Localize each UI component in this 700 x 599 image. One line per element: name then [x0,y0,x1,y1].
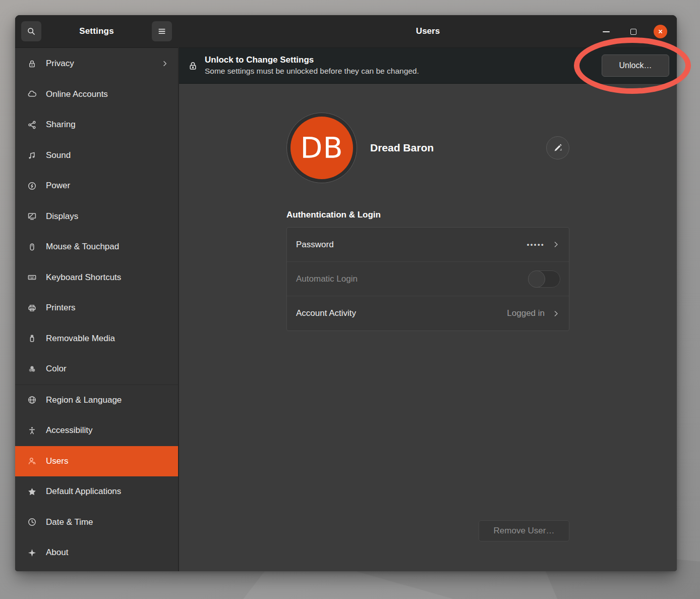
users-icon [27,456,37,466]
auth-card: Password ••••• Automatic Login Account A… [286,227,569,331]
chevron-right-icon [552,240,560,249]
automatic-login-toggle[interactable] [528,270,560,288]
menu-icon [157,27,166,36]
sidebar-item-mouse-touchpad[interactable]: Mouse & Touchpad [15,232,178,262]
settings-window: Settings Privacy Online Accounts [15,15,677,571]
share-icon [27,120,37,130]
banner-subtitle: Some settings must be unlocked before th… [205,66,602,76]
desktop-background: Settings Privacy Online Accounts [0,0,700,599]
sidebar-item-label: Accessibility [46,425,169,435]
menu-button[interactable] [152,21,172,41]
display-icon [27,211,37,222]
mouse-icon [27,242,37,252]
sidebar-item-label: Removable Media [46,334,169,344]
chevron-right-icon [161,60,169,68]
sparkle-icon [27,548,37,558]
edit-name-button[interactable] [546,136,569,159]
power-icon [27,181,37,191]
sidebar-item-printers[interactable]: Printers [15,293,178,323]
sidebar-item-users[interactable]: Users [15,446,178,477]
sidebar-item-sound[interactable]: Sound [15,140,178,171]
account-activity-value: Logged in [507,308,545,318]
sidebar-list: Privacy Online Accounts Sharing Sound [15,48,178,571]
sidebar-item-label: Mouse & Touchpad [46,242,169,252]
content-header: Users [179,15,677,48]
sidebar-item-accessibility[interactable]: Accessibility [15,415,178,446]
sidebar-item-region-language[interactable]: Region & Language [15,385,178,416]
keyboard-icon [27,273,37,283]
toggle-knob [528,270,545,288]
sidebar-item-about[interactable]: About [15,537,178,568]
banner-title: Unlock to Change Settings [205,55,602,66]
sidebar-item-sharing[interactable]: Sharing [15,110,178,140]
users-panel: DB Dread Baron Authentication & Login Pa… [179,84,677,571]
window-controls [599,15,667,48]
sidebar-item-label: About [46,548,169,558]
sidebar-item-date-time[interactable]: Date & Time [15,507,178,538]
automatic-login-label: Automatic Login [296,274,528,284]
minimize-button[interactable] [599,25,613,38]
sidebar-item-label: Displays [46,211,169,222]
auth-section-title: Authentication & Login [286,210,569,220]
sound-icon [27,150,37,160]
globe-icon [27,395,37,405]
sidebar-item-label: Power [46,181,169,191]
sidebar-item-power[interactable]: Power [15,171,178,201]
clock-icon [27,517,37,527]
close-icon [654,25,667,38]
sidebar-item-label: Printers [46,303,169,313]
maximize-button[interactable] [626,25,640,38]
banner-text: Unlock to Change Settings Some settings … [205,55,602,76]
app-title: Settings [41,26,152,36]
account-activity-row[interactable]: Account Activity Logged in [287,296,569,331]
printer-icon [27,303,37,313]
password-dots: ••••• [527,241,545,248]
unlock-banner: Unlock to Change Settings Some settings … [179,48,677,84]
sidebar-header: Settings [15,15,178,48]
sidebar-item-label: Users [46,456,169,466]
user-full-name: Dread Baron [370,142,434,154]
sidebar-item-label: Date & Time [46,517,169,527]
sidebar-item-color[interactable]: Color [15,354,178,385]
user-profile: DB Dread Baron [286,113,569,183]
remove-user-button[interactable]: Remove User… [479,520,569,541]
sidebar-item-displays[interactable]: Displays [15,201,178,232]
flash-drive-icon [27,334,37,344]
password-row[interactable]: Password ••••• [287,228,569,262]
sidebar-item-default-applications[interactable]: Default Applications [15,476,178,507]
sidebar-item-label: Default Applications [46,486,169,497]
cloud-icon [27,89,37,99]
lock-icon [27,59,37,69]
maximize-icon [630,29,636,35]
sidebar-item-label: Privacy [46,59,161,69]
content-pane: Users Unlock to Change Settings [179,15,677,571]
sidebar-item-removable-media[interactable]: Removable Media [15,323,178,354]
sidebar-item-label: Sound [46,150,169,160]
avatar-ring: DB [286,113,357,183]
search-button[interactable] [21,21,41,41]
automatic-login-row: Automatic Login [287,262,569,296]
chevron-right-icon [552,309,560,318]
sidebar-item-online-accounts[interactable]: Online Accounts [15,79,178,110]
password-label: Password [296,240,527,250]
sidebar-item-label: Color [46,364,169,374]
search-icon [27,27,36,36]
accessibility-icon [27,425,37,435]
minimize-icon [603,31,610,32]
page-title: Users [416,26,440,36]
sidebar-item-label: Keyboard Shortcuts [46,273,169,283]
unlock-button[interactable]: Unlock… [602,55,669,77]
sidebar-item-label: Sharing [46,120,169,130]
sidebar-item-label: Online Accounts [46,89,169,99]
sidebar-item-keyboard-shortcuts[interactable]: Keyboard Shortcuts [15,262,178,293]
account-activity-label: Account Activity [296,308,507,318]
sidebar: Settings Privacy Online Accounts [15,15,179,571]
avatar[interactable]: DB [290,117,353,179]
lock-icon [188,61,198,71]
sidebar-item-label: Region & Language [46,395,169,405]
star-icon [27,486,37,497]
pencil-icon [553,143,563,153]
sidebar-item-privacy[interactable]: Privacy [15,48,178,79]
color-icon [27,364,37,374]
close-button[interactable] [654,25,667,38]
